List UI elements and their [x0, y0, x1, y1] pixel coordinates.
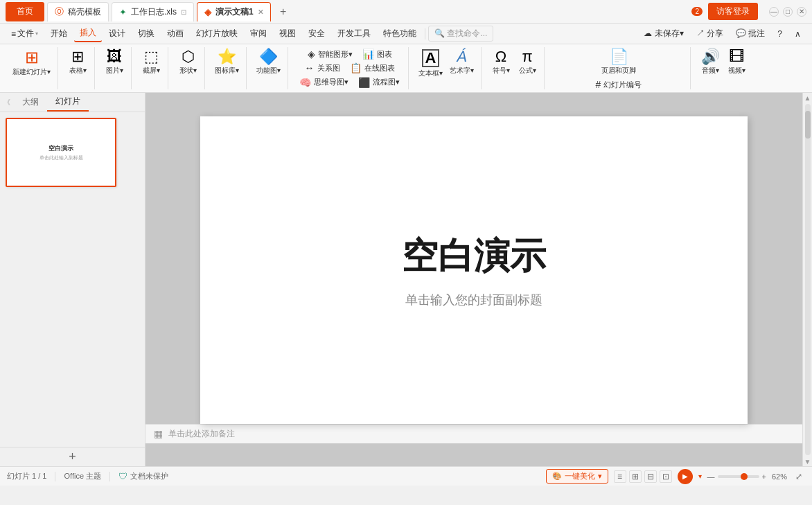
ribbon-group-text: A 文本框▾ Á 艺术字▾ — [412, 47, 482, 89]
ribbon-symbol-button[interactable]: Ω 符号▾ — [488, 47, 513, 78]
tab-home[interactable]: 首页 — [6, 2, 44, 21]
add-slide-button[interactable]: + — [0, 447, 145, 466]
slide-thumbnail-1[interactable]: 空白演示 单击此处输入副标题 — [6, 118, 116, 187]
ribbon-arttext-button[interactable]: Á 艺术字▾ — [447, 47, 477, 78]
office-theme-label: Office 主题 — [64, 471, 101, 481]
ribbon-group-image: 🖼 图片▾ — [98, 47, 132, 89]
panel-collapse-button[interactable]: 《 — [0, 93, 14, 112]
menu-help[interactable]: ? — [772, 27, 788, 41]
ribbon-group-screenshot: ⬚ 截屏▾ — [134, 47, 168, 89]
zoom-slider[interactable] — [718, 475, 759, 478]
close-button[interactable]: ✕ — [797, 7, 806, 17]
add-tab-button[interactable]: + — [274, 2, 293, 21]
ribbon-flowchart-button[interactable]: ⬛ 流程图▾ — [354, 76, 404, 89]
ribbon-group-header: 📄 页眉和页脚 # 幻灯片编号 🗓 日期和时间 📎 附件 ⊡ 对象 — [547, 47, 691, 89]
new-slide-icon: ⊞ — [25, 49, 39, 66]
scroll-down-button[interactable]: ▼ — [803, 457, 813, 466]
menu-file[interactable]: ≡ 文件 ▾ — [6, 26, 44, 42]
zoom-plus-button[interactable]: + — [762, 472, 766, 481]
ribbon-group-new-slide: ⊞ 新建幻灯片▾ — [6, 47, 58, 89]
scroll-thumb[interactable] — [805, 111, 811, 139]
menu-security[interactable]: 安全 — [303, 26, 330, 42]
menu-expand[interactable]: ∧ — [789, 27, 806, 41]
login-button[interactable]: 访客登录 — [708, 3, 758, 20]
grid-view-button[interactable]: ⊟ — [644, 470, 657, 483]
ribbon-chart-button[interactable]: 📊 图表 — [358, 47, 396, 61]
ribbon-textbox-button[interactable]: A 文本框▾ — [416, 47, 445, 80]
ribbon-audio-button[interactable]: 🔊 音频▾ — [698, 47, 723, 78]
normal-view-button[interactable]: ⊞ — [629, 470, 642, 483]
chart-icon: 📊 — [362, 48, 374, 60]
beautify-button[interactable]: 🎨 一键美化 ▾ — [546, 469, 608, 484]
protect-info[interactable]: 🛡 文档未保护 — [118, 471, 168, 481]
arttext-icon: Á — [457, 49, 467, 64]
ribbon-new-slide-button[interactable]: ⊞ 新建幻灯片▾ — [10, 47, 53, 79]
ribbon-slide-number-button[interactable]: # 幻灯片编号 — [592, 78, 646, 91]
ribbon-shape-button[interactable]: ⬡ 形状▾ — [175, 47, 200, 78]
menu-bar: ≡ 文件 ▾ 开始 插入 设计 切换 动画 幻灯片放映 审阅 视图 安全 开发工… — [0, 24, 812, 44]
notification-badge[interactable]: 2 — [691, 7, 703, 16]
scroll-up-button[interactable]: ▲ — [803, 93, 813, 103]
menu-animation[interactable]: 动画 — [161, 26, 189, 42]
menu-start[interactable]: 开始 — [45, 26, 73, 42]
panel-tabs: 《 大纲 幻灯片 — [0, 93, 145, 112]
xls-close-icon[interactable]: ⊡ — [181, 8, 186, 16]
panel-tab-slides[interactable]: 幻灯片 — [47, 93, 89, 112]
ribbon-table-button[interactable]: ⊞ 表格▾ — [65, 47, 90, 78]
slide-canvas[interactable]: 空白演示 单击输入您的封面副标题 — [200, 116, 748, 424]
tab-ppt-active[interactable]: ◈ 演示文稿1 ✕ — [197, 2, 271, 21]
menu-view[interactable]: 视图 — [274, 26, 301, 42]
ribbon-header-footer-button[interactable]: 📄 页眉和页脚 — [599, 47, 639, 78]
notes-placeholder[interactable]: 单击此处添加备注 — [168, 428, 235, 440]
ribbon-online-table-button[interactable]: 📋 在线图表 — [346, 61, 399, 75]
zoom-minus-button[interactable]: — — [707, 472, 715, 481]
list-view-button[interactable]: ≡ — [614, 470, 626, 483]
table-icon: ⊞ — [71, 49, 84, 64]
ribbon-image-button[interactable]: 🖼 图片▾ — [102, 47, 127, 78]
status-right: 🎨 一键美化 ▾ ≡ ⊞ ⊟ ⊡ ▶ ▾ — + 62% ⤢ — [546, 469, 805, 484]
ribbon-mindmap-button[interactable]: 🧠 思维导图▾ — [295, 76, 353, 89]
menu-share[interactable]: ↗ 分享 — [691, 26, 729, 42]
menu-design[interactable]: 设计 — [103, 26, 131, 42]
menu-review[interactable]: 审阅 — [245, 26, 272, 42]
minimize-button[interactable]: — — [769, 7, 779, 17]
menu-special[interactable]: 特色功能 — [378, 26, 422, 42]
panel-tab-outline[interactable]: 大纲 — [14, 93, 47, 112]
ribbon-relation-button[interactable]: ↔ 关系图 — [301, 61, 344, 75]
canvas-subtitle[interactable]: 单击输入您的封面副标题 — [405, 292, 542, 308]
search-command[interactable]: 🔍 查找命令... — [428, 26, 493, 42]
xls-icon: ✦ — [119, 7, 127, 17]
ribbon-formula-button[interactable]: π 公式▾ — [515, 47, 540, 78]
smart-shape-icon: ◈ — [308, 48, 315, 60]
icon-library-icon: ⭐ — [218, 49, 236, 64]
menu-comment[interactable]: 💬 批注 — [730, 26, 770, 42]
menu-insert[interactable]: 插入 — [74, 25, 102, 42]
maximize-button[interactable]: □ — [783, 7, 793, 17]
beautify-icon: 🎨 — [552, 472, 562, 481]
menu-developer[interactable]: 开发工具 — [332, 26, 376, 42]
menu-transition[interactable]: 切换 — [132, 26, 160, 42]
status-sep-2 — [109, 472, 110, 481]
play-button[interactable]: ▶ — [678, 469, 693, 484]
tab-template[interactable]: ⓪ 稿壳模板 — [47, 2, 109, 21]
ppt-close-icon[interactable]: ✕ — [258, 8, 263, 16]
scroll-track[interactable] — [805, 104, 811, 455]
play-arrow[interactable]: ▾ — [698, 472, 702, 480]
xls-label: 工作日志.xls — [131, 6, 177, 18]
menu-slideshow[interactable]: 幻灯片放映 — [191, 26, 243, 42]
ribbon-screenshot-button[interactable]: ⬚ 截屏▾ — [139, 47, 164, 78]
theme-info: Office 主题 — [64, 471, 101, 481]
menu-unsaved[interactable]: ☁ 未保存▾ — [638, 26, 689, 42]
outline-view-button[interactable]: ⊡ — [660, 470, 672, 483]
canvas-title[interactable]: 空白演示 — [402, 232, 546, 281]
tab-xls[interactable]: ✦ 工作日志.xls ⊡ — [112, 2, 194, 21]
ribbon-icon-library-button[interactable]: ⭐ 图标库▾ — [212, 47, 242, 78]
slide-item-1[interactable]: 1 空白演示 单击此处输入副标题 — [6, 118, 139, 187]
ribbon-smart-shape-button[interactable]: ◈ 智能图形▾ — [303, 47, 357, 61]
zoom-thumb — [741, 473, 748, 480]
notes-bar[interactable]: ▦ 单击此处添加备注 — [145, 424, 802, 443]
ribbon-video-button[interactable]: 🎞 视频▾ — [724, 47, 749, 78]
fullscreen-button[interactable]: ⤢ — [793, 470, 805, 483]
slide-list: 1 空白演示 单击此处输入副标题 — [0, 112, 145, 447]
ribbon-function-chart-button[interactable]: 🔷 功能图▾ — [254, 47, 283, 78]
